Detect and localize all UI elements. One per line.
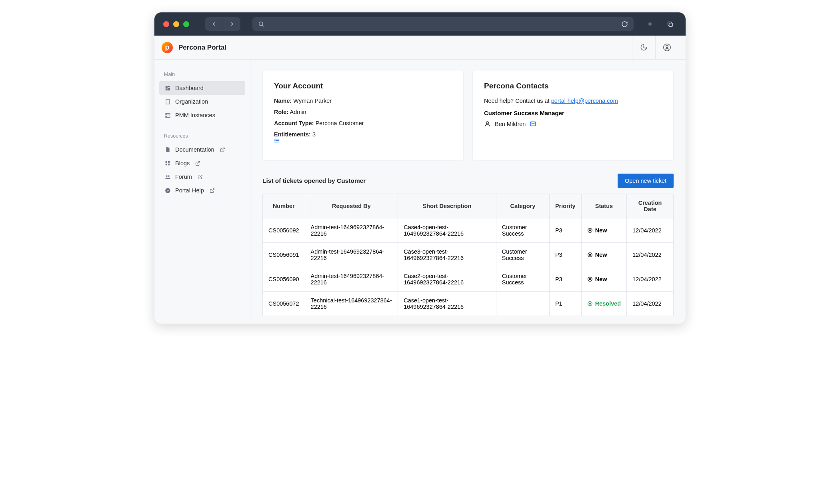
status-icon	[587, 252, 593, 258]
svg-point-0	[259, 22, 263, 26]
col-category: Category	[496, 194, 549, 218]
address-bar[interactable]	[252, 17, 634, 31]
table-row[interactable]: CS0056090Admin-test-1649692327864-22216C…	[263, 267, 674, 292]
cell-creation-date: 12/04/2022	[627, 267, 674, 292]
svg-point-47	[589, 278, 591, 280]
external-link-icon	[198, 174, 203, 180]
svg-point-21	[166, 116, 166, 117]
status-text: New	[595, 276, 607, 282]
cell-short-desc: Case3-open-test-1649692327864-22216	[398, 243, 496, 267]
external-link-icon	[195, 161, 200, 166]
col-status: Status	[581, 194, 626, 218]
svg-line-33	[212, 188, 214, 191]
col-short-desc: Short Description	[398, 194, 496, 218]
cell-priority: P3	[549, 243, 581, 267]
tabs-button[interactable]	[663, 17, 677, 31]
help-icon: ?	[164, 188, 171, 194]
name-label: Name:	[274, 98, 292, 104]
external-link-icon	[220, 147, 225, 152]
cell-category: Customer Success	[496, 267, 549, 292]
cell-short-desc: Case1-open-test-1649692327864-22216	[398, 292, 496, 316]
sidebar-item-label: Documentation	[175, 146, 214, 153]
user-circle-icon	[663, 43, 671, 52]
entitlements-label: Entitlements:	[274, 131, 311, 138]
search-icon	[258, 21, 264, 27]
mail-icon[interactable]	[530, 120, 536, 127]
svg-point-29	[168, 175, 170, 177]
app-header-right	[632, 36, 678, 60]
cell-status: Resolved	[581, 292, 626, 316]
cell-category	[496, 292, 549, 316]
back-button[interactable]	[205, 17, 223, 31]
svg-point-49	[589, 303, 591, 304]
table-row[interactable]: CS0056072Technical-test-1649692327864-22…	[263, 292, 674, 316]
percona-contacts-card: Percona Contacts Need help? Contact us a…	[472, 71, 674, 161]
document-icon	[164, 147, 171, 152]
nav-buttons	[205, 17, 240, 31]
table-row[interactable]: CS0056092Admin-test-1649692327864-22216C…	[263, 218, 674, 243]
sidebar-section-resources: Resources	[159, 131, 245, 143]
cell-number: CS0056092	[263, 218, 305, 243]
sidebar-item-pmm-instances[interactable]: PMM Instances	[159, 108, 245, 122]
window-maximize-button[interactable]	[183, 21, 189, 27]
cell-requested-by: Admin-test-1649692327864-22216	[305, 267, 398, 292]
cell-creation-date: 12/04/2022	[627, 292, 674, 316]
app-logo: p	[162, 42, 173, 53]
window-minimize-button[interactable]	[173, 21, 179, 27]
card-title: Percona Contacts	[484, 82, 662, 90]
sidebar-item-dashboard[interactable]: Dashboard	[159, 81, 245, 95]
plus-icon	[646, 20, 654, 28]
svg-point-38	[275, 140, 275, 141]
list-icon[interactable]	[274, 138, 452, 144]
svg-line-1	[262, 25, 264, 26]
theme-toggle-button[interactable]	[632, 36, 655, 60]
status-icon	[587, 276, 593, 282]
csm-row: Ben Mildren	[484, 120, 662, 127]
building-icon	[164, 99, 171, 105]
cell-number: CS0056090	[263, 267, 305, 292]
sidebar-item-organization[interactable]: Organization	[159, 95, 245, 108]
account-name-line: Name: Wyman Parker	[274, 98, 452, 104]
type-value: Percona Customer	[316, 120, 364, 126]
cell-creation-date: 12/04/2022	[627, 218, 674, 243]
app-header: p Percona Portal	[154, 36, 686, 60]
cell-requested-by: Admin-test-1649692327864-22216	[305, 218, 398, 243]
status-icon	[587, 228, 593, 233]
account-menu-button[interactable]	[655, 36, 678, 60]
logo-letter: p	[165, 43, 170, 52]
new-tab-button[interactable]	[643, 17, 657, 31]
sidebar-item-portal-help[interactable]: ? Portal Help	[159, 184, 245, 197]
window-close-button[interactable]	[163, 21, 169, 27]
csm-name: Ben Mildren	[495, 121, 526, 127]
open-new-ticket-button[interactable]: Open new ticket	[618, 174, 674, 188]
table-row[interactable]: CS0056091Admin-test-1649692327864-22216C…	[263, 243, 674, 267]
cell-status: New	[581, 243, 626, 267]
sidebar-item-label: Blogs	[175, 160, 190, 166]
svg-text:?: ?	[167, 189, 169, 192]
cell-requested-by: Admin-test-1649692327864-22216	[305, 243, 398, 267]
cell-requested-by: Technical-test-1649692327864-22216	[305, 292, 398, 316]
cell-status: New	[581, 218, 626, 243]
sidebar-item-label: Organization	[175, 98, 208, 105]
svg-point-39	[275, 142, 275, 142]
browser-chrome	[154, 12, 686, 36]
svg-rect-4	[669, 23, 672, 26]
copy-icon	[667, 21, 674, 28]
sidebar-item-blogs[interactable]: Blogs	[159, 156, 245, 170]
refresh-button[interactable]	[621, 21, 628, 28]
sidebar-item-documentation[interactable]: Documentation	[159, 143, 245, 156]
sidebar-item-label: Forum	[175, 174, 192, 180]
cell-priority: P3	[549, 267, 581, 292]
sidebar-item-forum[interactable]: Forum	[159, 170, 245, 184]
moon-icon	[640, 44, 648, 51]
cell-short-desc: Case4-open-test-1649692327864-22216	[398, 218, 496, 243]
cell-status: New	[581, 267, 626, 292]
account-entitlements-line: Entitlements: 3	[274, 131, 452, 144]
help-email-link[interactable]: portal-help@percona.com	[551, 98, 618, 104]
sidebar-item-label: Portal Help	[175, 187, 204, 194]
svg-point-45	[589, 254, 591, 256]
contacts-help-line: Need help? Contact us at portal-help@per…	[484, 98, 662, 104]
tickets-table: Number Requested By Short Description Ca…	[262, 194, 674, 316]
forward-button[interactable]	[223, 17, 240, 31]
sidebar-item-label: PMM Instances	[175, 112, 215, 118]
